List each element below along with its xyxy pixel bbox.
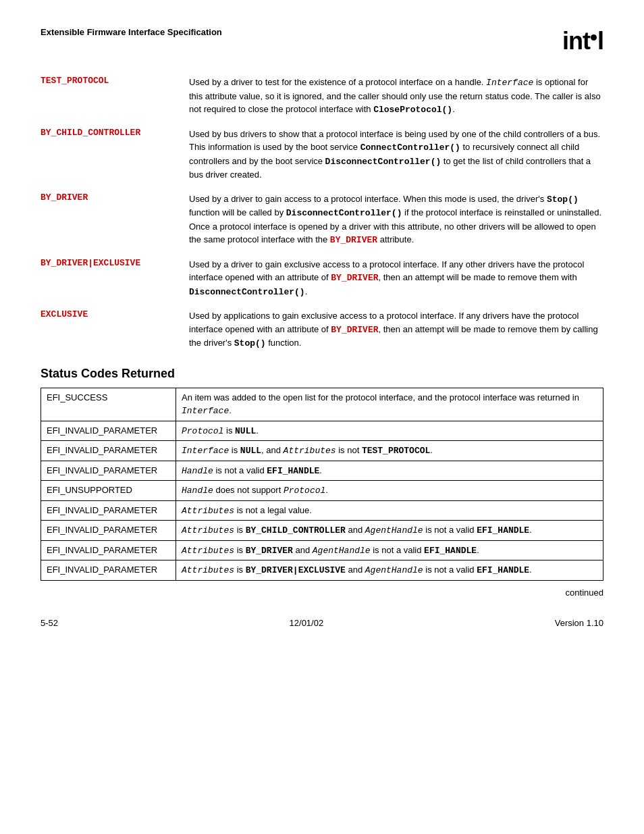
- table-row: EFI_INVALID_PARAMETERProtocol is NULL.: [41, 421, 603, 441]
- table-row: EFI_UNSUPPORTEDHandle does not support P…: [41, 481, 603, 501]
- status-desc-cell: Protocol is NULL.: [176, 421, 603, 441]
- definition-row: TEST_PROTOCOLUsed by a driver to test fo…: [41, 76, 603, 117]
- table-row: EFI_INVALID_PARAMETERInterface is NULL, …: [41, 441, 603, 461]
- definition-desc: Used by a driver to test for the existen…: [189, 76, 603, 117]
- status-section-title: Status Codes Returned: [41, 367, 603, 381]
- status-desc-cell: An item was added to the open list for t…: [176, 388, 603, 421]
- status-code-cell: EFI_SUCCESS: [41, 388, 176, 421]
- status-codes-table: EFI_SUCCESSAn item was added to the open…: [41, 388, 603, 581]
- table-row: EFI_INVALID_PARAMETERHandle is not a val…: [41, 461, 603, 481]
- status-code-cell: EFI_INVALID_PARAMETER: [41, 561, 176, 581]
- status-desc-cell: Interface is NULL, and Attributes is not…: [176, 441, 603, 461]
- status-code-cell: EFI_INVALID_PARAMETER: [41, 441, 176, 461]
- status-desc-cell: Attributes is not a legal value.: [176, 500, 603, 521]
- page-footer: 5-52 12/01/02 Version 1.10: [41, 618, 603, 628]
- definition-term: BY_DRIVER|EXCLUSIVE: [41, 258, 189, 268]
- definition-row: EXCLUSIVEUsed by applications to gain ex…: [41, 309, 603, 350]
- table-row: EFI_SUCCESSAn item was added to the open…: [41, 388, 603, 421]
- status-desc-cell: Attributes is BY_DRIVER and AgentHandle …: [176, 540, 603, 561]
- table-row: EFI_INVALID_PARAMETERAttributes is BY_CH…: [41, 521, 603, 541]
- footer-date: 12/01/02: [290, 618, 324, 628]
- table-row: EFI_INVALID_PARAMETERAttributes is not a…: [41, 500, 603, 521]
- definition-desc: Used by a driver to gain exclusive acces…: [189, 258, 603, 299]
- definition-list: TEST_PROTOCOLUsed by a driver to test fo…: [41, 76, 603, 350]
- status-code-cell: EFI_INVALID_PARAMETER: [41, 421, 176, 441]
- status-code-cell: EFI_INVALID_PARAMETER: [41, 461, 176, 481]
- continued-label: continued: [41, 588, 603, 598]
- intel-logo: intl: [562, 27, 603, 55]
- definition-row: BY_CHILD_CONTROLLERUsed by bus drivers t…: [41, 128, 603, 182]
- page: Extensible Firmware Interface Specificat…: [0, 0, 644, 834]
- footer-page-number: 5-52: [41, 618, 58, 628]
- definition-term: TEST_PROTOCOL: [41, 76, 189, 86]
- status-code-cell: EFI_INVALID_PARAMETER: [41, 540, 176, 561]
- definition-row: BY_DRIVERUsed by a driver to gain access…: [41, 192, 603, 247]
- page-header: Extensible Firmware Interface Specificat…: [41, 27, 603, 55]
- status-code-cell: EFI_UNSUPPORTED: [41, 481, 176, 501]
- definition-desc: Used by applications to gain exclusive a…: [189, 309, 603, 350]
- definition-term: EXCLUSIVE: [41, 309, 189, 319]
- definition-term: BY_CHILD_CONTROLLER: [41, 128, 189, 138]
- status-code-cell: EFI_INVALID_PARAMETER: [41, 521, 176, 541]
- footer-version: Version 1.10: [555, 618, 603, 628]
- status-section: Status Codes Returned EFI_SUCCESSAn item…: [41, 367, 603, 581]
- status-desc-cell: Attributes is BY_CHILD_CONTROLLER and Ag…: [176, 521, 603, 541]
- document-title: Extensible Firmware Interface Specificat…: [41, 27, 222, 37]
- definition-desc: Used by a driver to gain access to a pro…: [189, 192, 603, 247]
- table-row: EFI_INVALID_PARAMETERAttributes is BY_DR…: [41, 561, 603, 581]
- status-desc-cell: Attributes is BY_DRIVER|EXCLUSIVE and Ag…: [176, 561, 603, 581]
- status-desc-cell: Handle does not support Protocol.: [176, 481, 603, 501]
- definition-desc: Used by bus drivers to show that a proto…: [189, 128, 603, 182]
- status-desc-cell: Handle is not a valid EFI_HANDLE.: [176, 461, 603, 481]
- definition-term: BY_DRIVER: [41, 192, 189, 203]
- status-code-cell: EFI_INVALID_PARAMETER: [41, 500, 176, 521]
- definition-row: BY_DRIVER|EXCLUSIVEUsed by a driver to g…: [41, 258, 603, 299]
- table-row: EFI_INVALID_PARAMETERAttributes is BY_DR…: [41, 540, 603, 561]
